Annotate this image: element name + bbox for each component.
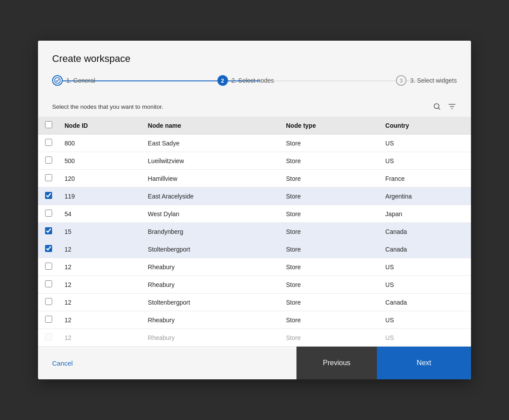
row-2-checkbox[interactable] — [45, 157, 52, 164]
select-all-checkbox[interactable] — [45, 121, 52, 128]
row-4-node_type: Store — [281, 187, 380, 205]
row-2-checkbox-cell — [38, 152, 59, 170]
row-8-node_type: Store — [281, 258, 380, 276]
table-row: 500LueilwitzviewStoreUS — [38, 152, 471, 170]
header-row: Node ID Node name Node type Country — [38, 117, 471, 134]
row-9-node_type: Store — [281, 276, 380, 294]
step-2-label: 2. Select nodes — [232, 77, 274, 84]
nodes-table-container: Node ID Node name Node type Country 800E… — [38, 117, 471, 347]
row-4-checkbox[interactable] — [45, 192, 52, 199]
table-row: 12StoltenbergportStoreCanada — [38, 294, 471, 311]
row-12-checkbox-cell — [38, 329, 59, 347]
row-10-node_id: 12 — [59, 294, 143, 311]
row-1-node_name: East Sadye — [143, 134, 281, 152]
row-3-node_id: 120 — [59, 170, 143, 187]
row-3-checkbox[interactable] — [45, 174, 52, 181]
row-9-country: US — [380, 276, 471, 294]
row-9-node_name: Rheabury — [143, 276, 281, 294]
row-5-checkbox[interactable] — [45, 210, 52, 217]
row-3-country: France — [380, 170, 471, 187]
row-8-node_id: 12 — [59, 258, 143, 276]
next-button[interactable]: Next — [377, 347, 471, 379]
row-2-node_name: Lueilwitzview — [143, 152, 281, 170]
dialog-title: Create workspace — [52, 53, 457, 65]
row-12-country: US — [380, 329, 471, 347]
row-9-checkbox[interactable] — [45, 280, 52, 287]
row-11-node_type: Store — [281, 311, 380, 329]
row-4-country: Argentina — [380, 187, 471, 205]
row-8-country: US — [380, 258, 471, 276]
row-10-checkbox[interactable] — [45, 298, 52, 305]
row-8-checkbox-cell — [38, 258, 59, 276]
table-row: 120HamillviewStoreFrance — [38, 170, 471, 187]
row-11-checkbox-cell — [38, 311, 59, 329]
header-node-id: Node ID — [59, 117, 143, 134]
stepper: 1. General 2 2. Select nodes 3 3. Select… — [52, 75, 457, 86]
row-3-node_name: Hamillview — [143, 170, 281, 187]
nodes-table: Node ID Node name Node type Country 800E… — [38, 117, 471, 347]
toolbar-actions — [432, 102, 457, 111]
row-1-checkbox-cell — [38, 134, 59, 152]
step-3-icon: 3 — [396, 75, 406, 86]
row-10-node_name: Stoltenbergport — [143, 294, 281, 311]
table-row: 15BrandynbergStoreCanada — [38, 223, 471, 241]
row-9-node_id: 12 — [59, 276, 143, 294]
header-node-type: Node type — [281, 117, 380, 134]
row-7-checkbox[interactable] — [45, 245, 52, 252]
row-1-checkbox[interactable] — [45, 139, 52, 146]
cancel-button[interactable]: Cancel — [52, 359, 73, 367]
row-5-node_id: 54 — [59, 205, 143, 223]
table-row: 12RheaburyStoreUS — [38, 311, 471, 329]
row-12-checkbox[interactable] — [45, 333, 52, 340]
dialog-header: Create workspace 1. General — [38, 41, 471, 95]
row-6-node_type: Store — [281, 223, 380, 241]
search-button[interactable] — [432, 102, 442, 111]
table-row: 54West DylanStoreJapan — [38, 205, 471, 223]
row-12-node_id: 12 — [59, 329, 143, 347]
row-10-node_type: Store — [281, 294, 380, 311]
row-2-country: US — [380, 152, 471, 170]
nodes-toolbar: Select the nodes that you want to monito… — [38, 95, 471, 117]
row-1-node_id: 800 — [59, 134, 143, 152]
row-3-node_type: Store — [281, 170, 380, 187]
table-row: 12RheaburyStoreUS — [38, 258, 471, 276]
header-country: Country — [380, 117, 471, 134]
filter-button[interactable] — [447, 102, 457, 111]
row-9-checkbox-cell — [38, 276, 59, 294]
row-1-country: US — [380, 134, 471, 152]
footer-left: Cancel — [38, 347, 296, 379]
row-3-checkbox-cell — [38, 170, 59, 187]
table-row: 119East AracelysideStoreArgentina — [38, 187, 471, 205]
row-6-checkbox[interactable] — [45, 227, 52, 234]
table-header: Node ID Node name Node type Country — [38, 117, 471, 134]
step-3-label: 3. Select widgets — [410, 77, 457, 84]
row-7-node_id: 12 — [59, 241, 143, 258]
previous-button[interactable]: Previous — [296, 347, 377, 379]
svg-point-1 — [434, 104, 439, 109]
row-7-country: Canada — [380, 241, 471, 258]
table-row: 12StoltenbergportStoreCanada — [38, 241, 471, 258]
row-8-node_name: Rheabury — [143, 258, 281, 276]
header-node-name: Node name — [143, 117, 281, 134]
step-2-icon: 2 — [217, 75, 228, 86]
step-1-icon — [52, 75, 63, 86]
row-11-checkbox[interactable] — [45, 316, 52, 323]
toolbar-description: Select the nodes that you want to monito… — [52, 103, 163, 110]
create-workspace-dialog: Create workspace 1. General — [38, 41, 471, 379]
svg-point-0 — [55, 78, 61, 84]
table-row: 12RheaburyStoreUS — [38, 329, 471, 347]
row-10-country: Canada — [380, 294, 471, 311]
row-5-node_name: West Dylan — [143, 205, 281, 223]
step-select-widgets: 3 3. Select widgets — [396, 75, 457, 86]
row-7-node_type: Store — [281, 241, 380, 258]
row-6-node_id: 15 — [59, 223, 143, 241]
row-10-checkbox-cell — [38, 294, 59, 311]
row-8-checkbox[interactable] — [45, 263, 52, 270]
row-6-node_name: Brandynberg — [143, 223, 281, 241]
footer-right: Previous Next — [296, 347, 471, 379]
table-row: 800East SadyeStoreUS — [38, 134, 471, 152]
table-body: 800East SadyeStoreUS500LueilwitzviewStor… — [38, 134, 471, 347]
row-11-node_name: Rheabury — [143, 311, 281, 329]
table-row: 12RheaburyStoreUS — [38, 276, 471, 294]
dialog-footer: Cancel Previous Next — [38, 347, 471, 379]
